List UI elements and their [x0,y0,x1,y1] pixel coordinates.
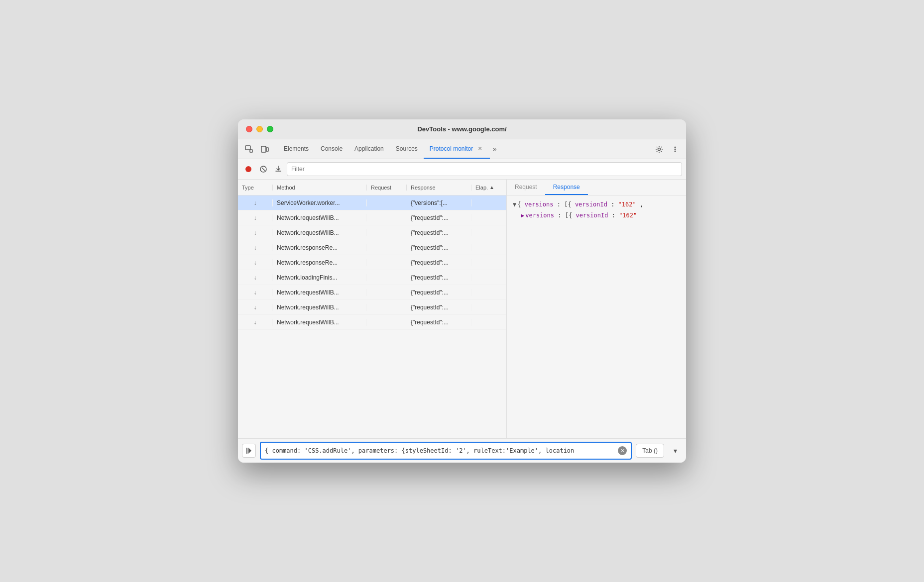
row-type: ↓ [238,259,273,266]
tab-protocol-monitor[interactable]: Protocol monitor ✕ [424,139,490,159]
row-response: {"requestId":... [407,274,471,281]
sort-arrow-icon: ▲ [489,185,494,190]
tab-bar-actions [652,142,682,156]
row-type: ↓ [238,214,273,221]
tab-button[interactable]: Tab () [636,444,664,458]
left-panel: Type Method Request Response Elap. ▲ [238,180,507,438]
devtools-icons [242,142,272,156]
table-row[interactable]: ↓ Network.loadingFinis... {"requestId":.… [238,270,506,285]
tab-bar: Elements Console Application Sources Pro… [238,139,686,159]
table-row[interactable]: ↓ Network.responseRe... {"requestId":... [238,240,506,255]
svg-point-6 [675,148,676,150]
row-response: {"requestId":... [407,319,471,326]
device-toggle-icon[interactable] [258,142,272,156]
send-command-button[interactable] [242,444,256,458]
filter-input[interactable] [291,166,678,173]
row-response: {"requestId":... [407,259,471,266]
col-header-type: Type [238,185,273,191]
table-row[interactable]: ↓ Network.requestWillB... {"requestId":.… [238,300,506,315]
row-method: Network.requestWillB... [273,214,367,221]
row-response: {"requestId":... [407,289,471,296]
tab-close-icon[interactable]: ✕ [476,145,484,153]
svg-point-8 [245,166,251,172]
svg-point-5 [675,146,676,148]
svg-rect-11 [246,448,247,454]
row-response: {"versions":[... [407,199,471,206]
row-method: Network.responseRe... [273,244,367,251]
toolbar [238,159,686,180]
tab-application[interactable]: Application [348,139,390,159]
tab-sources[interactable]: Sources [390,139,424,159]
table-row[interactable]: ↓ Network.requestWillB... {"requestId":.… [238,225,506,240]
row-method: Network.requestWillB... [273,289,367,296]
json-text: { versions : [{ versionId : "162" , [517,199,643,210]
more-tabs-icon[interactable]: » [490,139,499,159]
row-type: ↓ [238,199,273,206]
command-input-wrapper[interactable]: ✕ [260,442,632,460]
row-method: ServiceWorker.worker... [273,199,367,206]
json-tree-row[interactable]: ▶ versions : [{ versionId : "162" [513,210,680,221]
row-method: Network.requestWillB... [273,229,367,236]
window-title: DevTools - www.google.com/ [417,125,506,133]
col-header-method[interactable]: Method [273,185,367,191]
svg-rect-0 [245,146,250,150]
json-tree-row[interactable]: ▼ { versions : [{ versionId : "162" , [513,199,680,210]
row-type: ↓ [238,229,273,236]
table-row[interactable]: ↓ Network.requestWillB... {"requestId":.… [238,315,506,330]
bottom-bar: ✕ Tab () ▾ [238,438,686,463]
row-response: {"requestId":... [407,304,471,311]
arrow-down-icon: ↓ [254,214,257,221]
tab-elements[interactable]: Elements [278,139,315,159]
col-header-response[interactable]: Response [407,185,471,191]
clear-command-icon[interactable]: ✕ [618,446,627,455]
close-button[interactable] [246,126,252,132]
svg-rect-1 [250,150,252,152]
expand-icon[interactable]: ▼ [513,199,516,210]
row-method: Network.responseRe... [273,259,367,266]
row-response: {"requestId":... [407,214,471,221]
main-tabs: Elements Console Application Sources Pro… [278,139,652,159]
row-type: ↓ [238,244,273,251]
row-type: ↓ [238,289,273,296]
response-content: ▼ { versions : [{ versionId : "162" , ▶ … [507,195,686,438]
row-type: ↓ [238,304,273,311]
command-input[interactable] [265,447,618,454]
download-button[interactable] [272,163,285,176]
table-row[interactable]: ↓ Network.responseRe... {"requestId":... [238,255,506,270]
svg-rect-3 [266,148,268,151]
customize-icon[interactable] [668,142,682,156]
table-header: Type Method Request Response Elap. ▲ [238,180,506,195]
row-method: Network.loadingFinis... [273,274,367,281]
arrow-down-icon: ↓ [254,319,257,326]
arrow-down-icon: ↓ [254,259,257,266]
title-bar: DevTools - www.google.com/ [238,119,686,139]
stop-recording-button[interactable] [242,163,255,176]
maximize-button[interactable] [267,126,273,132]
dropdown-arrow-icon[interactable]: ▾ [668,444,682,458]
col-header-request[interactable]: Request [367,185,407,191]
table-body: ↓ ServiceWorker.worker... {"versions":[.… [238,195,506,438]
arrow-down-icon: ↓ [254,244,257,251]
table-row[interactable]: ↓ Network.requestWillB... {"requestId":.… [238,210,506,225]
row-type: ↓ [238,319,273,326]
collapse-icon[interactable]: ▶ [521,210,524,221]
response-tabs: Request Response [507,180,686,195]
tab-console[interactable]: Console [315,139,348,159]
row-type: ↓ [238,274,273,281]
table-row[interactable]: ↓ ServiceWorker.worker... {"versions":[.… [238,195,506,210]
svg-point-4 [658,148,661,150]
clear-button[interactable] [257,163,270,176]
col-header-elapsed[interactable]: Elap. ▲ [471,185,506,191]
tab-request[interactable]: Request [507,180,545,195]
minimize-button[interactable] [256,126,263,132]
table-row[interactable]: ↓ Network.requestWillB... {"requestId":.… [238,285,506,300]
filter-input-wrapper[interactable] [287,162,682,176]
tab-response[interactable]: Response [545,180,588,195]
inspect-element-icon[interactable] [242,142,256,156]
row-method: Network.requestWillB... [273,319,367,326]
svg-line-10 [262,168,265,171]
svg-rect-2 [261,146,266,152]
arrow-down-icon: ↓ [254,229,257,236]
row-method: Network.requestWillB... [273,304,367,311]
settings-icon[interactable] [652,142,666,156]
